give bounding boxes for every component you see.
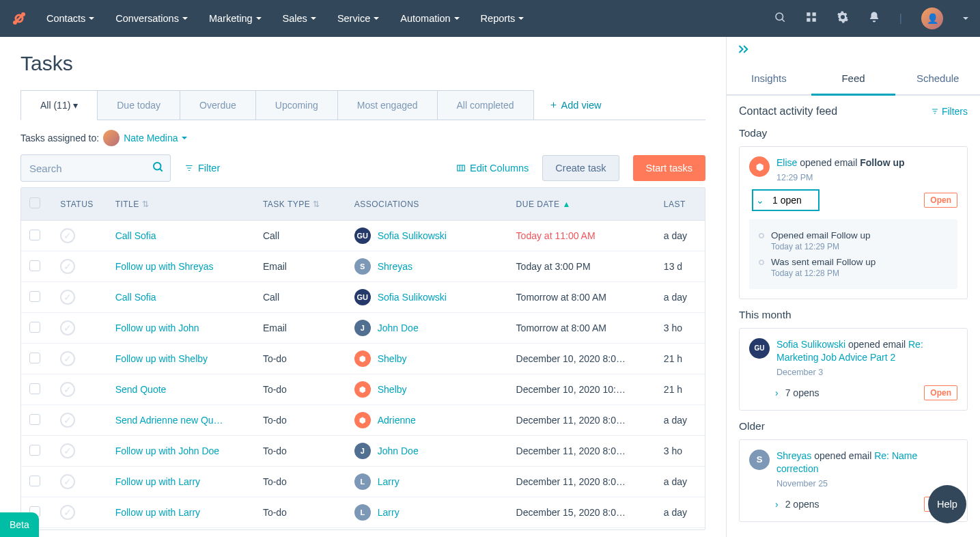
- due-date: December 11, 2020 8:0…: [508, 467, 656, 497]
- view-tab[interactable]: Most engaged: [337, 90, 438, 120]
- sidebar-tab[interactable]: Schedule: [895, 63, 980, 94]
- opens-count[interactable]: ⌄1 open: [752, 189, 820, 211]
- add-view-button[interactable]: ＋ Add view: [548, 98, 602, 111]
- marketplace-icon[interactable]: [805, 11, 817, 26]
- association-link[interactable]: ⬢Shelby: [354, 350, 407, 367]
- task-title-link[interactable]: Call Sofia: [115, 230, 156, 241]
- nav-link[interactable]: Reports: [481, 13, 525, 24]
- status-toggle[interactable]: ✓: [60, 290, 75, 305]
- filter-button[interactable]: Filter: [184, 163, 220, 174]
- last-activity: a day: [656, 221, 705, 251]
- search-icon[interactable]: [152, 161, 164, 176]
- status-toggle[interactable]: ✓: [60, 228, 75, 243]
- view-tab[interactable]: All completed: [437, 90, 534, 120]
- status-toggle[interactable]: ✓: [60, 351, 75, 366]
- task-title-link[interactable]: Follow up with Shelby: [115, 353, 208, 364]
- collapse-sidebar-icon[interactable]: [738, 45, 751, 57]
- row-checkbox[interactable]: [29, 383, 40, 394]
- task-title-link[interactable]: Send Quote: [115, 384, 167, 395]
- timeline-dot-icon: [759, 260, 764, 265]
- association-link[interactable]: LLarry: [354, 504, 400, 521]
- beta-badge[interactable]: Beta: [0, 512, 39, 537]
- association-link[interactable]: SShreyas: [354, 258, 412, 275]
- status-toggle[interactable]: ✓: [60, 320, 75, 335]
- nav-link[interactable]: Contacts: [46, 13, 95, 24]
- view-tab[interactable]: Due today: [97, 90, 180, 120]
- nav-link[interactable]: Sales: [283, 13, 317, 24]
- help-button[interactable]: Help: [928, 485, 966, 523]
- task-title-link[interactable]: Send Adrienne new Qu…: [115, 415, 223, 426]
- view-tab[interactable]: All (11) ▾: [20, 90, 98, 120]
- association-link[interactable]: ⬢Shelby: [354, 381, 407, 398]
- task-title-link[interactable]: Follow up with Larry: [115, 507, 201, 518]
- open-button[interactable]: Open: [924, 193, 957, 208]
- create-task-button[interactable]: Create task: [542, 155, 619, 181]
- col-last[interactable]: LAST: [656, 188, 705, 221]
- association-link[interactable]: ⬢Adrienne: [354, 412, 416, 428]
- row-checkbox[interactable]: [29, 445, 40, 456]
- search-input[interactable]: [20, 154, 171, 182]
- user-avatar[interactable]: 👤: [921, 8, 943, 29]
- row-checkbox[interactable]: [29, 291, 40, 302]
- nav-link[interactable]: Marketing: [209, 13, 262, 24]
- sidebar-tab[interactable]: Insights: [727, 63, 811, 94]
- col-due-date[interactable]: DUE DATE▲: [508, 188, 656, 221]
- row-checkbox[interactable]: [29, 230, 40, 240]
- col-title[interactable]: TITLE⇅: [107, 188, 255, 221]
- status-toggle[interactable]: ✓: [60, 474, 75, 489]
- association-avatar: L: [354, 473, 371, 490]
- hubspot-logo-icon[interactable]: [11, 10, 27, 27]
- due-date: December 11, 2020 8:0…: [508, 405, 656, 436]
- last-activity: a day: [656, 467, 705, 497]
- task-title-link[interactable]: Follow up with John Doe: [115, 445, 220, 456]
- account-dropdown-icon[interactable]: [962, 12, 969, 25]
- status-toggle[interactable]: ✓: [60, 443, 75, 458]
- row-checkbox[interactable]: [29, 476, 40, 486]
- nav-link[interactable]: Conversations: [115, 13, 188, 24]
- task-type: Email: [255, 251, 346, 282]
- row-checkbox[interactable]: [29, 260, 40, 271]
- search-icon[interactable]: [774, 11, 786, 26]
- sidebar-tabs: InsightsFeedSchedule: [727, 63, 980, 96]
- opens-expand[interactable]: ›2 opens: [775, 499, 820, 510]
- status-toggle[interactable]: ✓: [60, 382, 75, 397]
- task-title-link[interactable]: Follow up with Shreyas: [115, 261, 214, 272]
- status-toggle[interactable]: ✓: [60, 413, 75, 428]
- association-link[interactable]: GUSofia Sulikowski: [354, 228, 447, 244]
- opens-expand[interactable]: ›7 opens: [775, 387, 820, 398]
- status-toggle[interactable]: ✓: [60, 259, 75, 274]
- task-title-link[interactable]: Follow up with John: [115, 322, 199, 333]
- table-row: ✓Call SofiaCallGUSofia SulikowskiToday a…: [21, 221, 705, 251]
- sidebar-filters-button[interactable]: Filters: [931, 106, 968, 117]
- task-type: To-do: [255, 405, 346, 436]
- select-all-checkbox[interactable]: [29, 197, 40, 208]
- settings-icon[interactable]: [837, 11, 849, 26]
- section-this-month: This month: [739, 309, 968, 321]
- association-link[interactable]: JJohn Doe: [354, 320, 419, 336]
- association-link[interactable]: JJohn Doe: [354, 443, 419, 459]
- open-button[interactable]: Open: [924, 385, 957, 400]
- row-checkbox[interactable]: [29, 322, 40, 333]
- view-tab[interactable]: Upcoming: [255, 90, 338, 120]
- nav-links: Contacts Conversations Marketing Sales S…: [46, 13, 774, 24]
- col-associations[interactable]: ASSOCIATIONS: [346, 188, 508, 221]
- edit-columns-button[interactable]: Edit Columns: [456, 163, 529, 174]
- sidebar-tab[interactable]: Feed: [811, 63, 896, 96]
- col-status[interactable]: STATUS: [52, 188, 107, 221]
- nav-link[interactable]: Automation: [400, 13, 460, 24]
- association-link[interactable]: LLarry: [354, 473, 400, 490]
- status-toggle[interactable]: ✓: [60, 505, 75, 520]
- row-checkbox[interactable]: [29, 414, 40, 425]
- notifications-icon[interactable]: [868, 11, 880, 26]
- page-title: Tasks: [20, 52, 705, 75]
- start-tasks-button[interactable]: Start tasks: [633, 155, 706, 181]
- task-title-link[interactable]: Call Sofia: [115, 292, 156, 303]
- view-tab[interactable]: Overdue: [180, 90, 256, 120]
- association-link[interactable]: GUSofia Sulikowski: [354, 289, 447, 305]
- assignee-dropdown[interactable]: Nate Medina: [124, 133, 187, 143]
- activity-avatar: GU: [749, 338, 770, 359]
- col-task-type[interactable]: TASK TYPE⇅: [255, 188, 346, 221]
- task-title-link[interactable]: Follow up with Larry: [115, 476, 201, 487]
- nav-link[interactable]: Service: [337, 13, 380, 24]
- row-checkbox[interactable]: [29, 353, 40, 363]
